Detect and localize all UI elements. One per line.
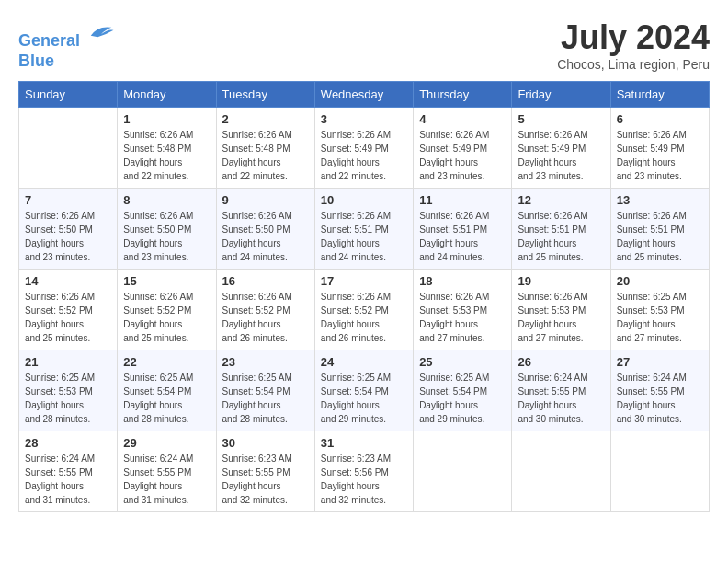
calendar-cell: 14 Sunrise: 6:26 AM Sunset: 5:52 PM Dayl… [19, 270, 118, 350]
day-number: 13 [617, 193, 703, 207]
calendar-cell: 10 Sunrise: 6:26 AM Sunset: 5:51 PM Dayl… [314, 189, 413, 270]
day-number: 2 [222, 112, 309, 126]
calendar-cell: 24 Sunrise: 6:25 AM Sunset: 5:54 PM Dayl… [314, 350, 413, 431]
title-block: July 2024 Chocos, Lima region, Peru [557, 18, 710, 72]
calendar-cell: 16 Sunrise: 6:26 AM Sunset: 5:52 PM Dayl… [216, 270, 314, 350]
calendar-cell [414, 431, 512, 512]
day-number: 18 [419, 274, 506, 288]
day-info: Sunrise: 6:24 AM Sunset: 5:55 PM Dayligh… [25, 452, 111, 507]
day-number: 1 [123, 112, 210, 126]
calendar-cell: 4 Sunrise: 6:26 AM Sunset: 5:49 PM Dayli… [414, 108, 512, 189]
day-number: 24 [321, 355, 407, 369]
day-number: 28 [25, 436, 111, 450]
day-info: Sunrise: 6:26 AM Sunset: 5:48 PM Dayligh… [222, 128, 309, 183]
calendar-week-row: 1 Sunrise: 6:26 AM Sunset: 5:48 PM Dayli… [19, 108, 710, 189]
day-number: 22 [123, 355, 210, 369]
day-number: 6 [617, 112, 703, 126]
calendar-cell: 28 Sunrise: 6:24 AM Sunset: 5:55 PM Dayl… [19, 431, 118, 512]
calendar-cell: 21 Sunrise: 6:25 AM Sunset: 5:53 PM Dayl… [19, 350, 118, 431]
day-info: Sunrise: 6:26 AM Sunset: 5:49 PM Dayligh… [321, 128, 407, 183]
calendar-cell [512, 431, 610, 512]
header-saturday: Saturday [610, 82, 709, 108]
day-info: Sunrise: 6:26 AM Sunset: 5:51 PM Dayligh… [321, 209, 407, 264]
day-info: Sunrise: 6:26 AM Sunset: 5:51 PM Dayligh… [518, 209, 604, 264]
day-info: Sunrise: 6:26 AM Sunset: 5:51 PM Dayligh… [419, 209, 506, 264]
day-info: Sunrise: 6:25 AM Sunset: 5:54 PM Dayligh… [222, 371, 309, 426]
day-number: 25 [419, 355, 506, 369]
day-info: Sunrise: 6:26 AM Sunset: 5:50 PM Dayligh… [123, 209, 210, 264]
calendar-cell: 6 Sunrise: 6:26 AM Sunset: 5:49 PM Dayli… [610, 108, 709, 189]
calendar-cell: 25 Sunrise: 6:25 AM Sunset: 5:54 PM Dayl… [414, 350, 512, 431]
day-number: 23 [222, 355, 309, 369]
calendar-cell: 1 Sunrise: 6:26 AM Sunset: 5:48 PM Dayli… [118, 108, 216, 189]
calendar-cell: 30 Sunrise: 6:23 AM Sunset: 5:55 PM Dayl… [216, 431, 314, 512]
day-info: Sunrise: 6:26 AM Sunset: 5:52 PM Dayligh… [123, 290, 210, 345]
day-info: Sunrise: 6:25 AM Sunset: 5:54 PM Dayligh… [321, 371, 407, 426]
calendar-header-row: SundayMondayTuesdayWednesdayThursdayFrid… [19, 82, 710, 108]
day-info: Sunrise: 6:26 AM Sunset: 5:49 PM Dayligh… [617, 128, 703, 183]
day-info: Sunrise: 6:23 AM Sunset: 5:56 PM Dayligh… [321, 452, 407, 507]
header-thursday: Thursday [414, 82, 512, 108]
day-info: Sunrise: 6:23 AM Sunset: 5:55 PM Dayligh… [222, 452, 309, 507]
day-number: 19 [518, 274, 604, 288]
location: Chocos, Lima region, Peru [557, 57, 710, 72]
calendar-cell: 19 Sunrise: 6:26 AM Sunset: 5:53 PM Dayl… [512, 270, 610, 350]
day-info: Sunrise: 6:26 AM Sunset: 5:50 PM Dayligh… [25, 209, 111, 264]
day-info: Sunrise: 6:26 AM Sunset: 5:50 PM Dayligh… [222, 209, 309, 264]
calendar-cell: 31 Sunrise: 6:23 AM Sunset: 5:56 PM Dayl… [314, 431, 413, 512]
day-number: 30 [222, 436, 309, 450]
page-header: General Blue July 2024 Chocos, Lima regi… [18, 18, 710, 72]
day-info: Sunrise: 6:26 AM Sunset: 5:52 PM Dayligh… [222, 290, 309, 345]
day-number: 26 [518, 355, 604, 369]
header-monday: Monday [118, 82, 216, 108]
calendar-cell: 15 Sunrise: 6:26 AM Sunset: 5:52 PM Dayl… [118, 270, 216, 350]
calendar-week-row: 28 Sunrise: 6:24 AM Sunset: 5:55 PM Dayl… [19, 431, 710, 512]
logo-blue: Blue [18, 52, 54, 70]
day-info: Sunrise: 6:26 AM Sunset: 5:51 PM Dayligh… [617, 209, 703, 264]
day-number: 15 [123, 274, 210, 288]
day-info: Sunrise: 6:26 AM Sunset: 5:52 PM Dayligh… [321, 290, 407, 345]
day-info: Sunrise: 6:26 AM Sunset: 5:52 PM Dayligh… [25, 290, 111, 345]
day-number: 7 [25, 193, 111, 207]
calendar-week-row: 7 Sunrise: 6:26 AM Sunset: 5:50 PM Dayli… [19, 189, 710, 270]
day-number: 12 [518, 193, 604, 207]
header-wednesday: Wednesday [314, 82, 413, 108]
calendar-cell: 12 Sunrise: 6:26 AM Sunset: 5:51 PM Dayl… [512, 189, 610, 270]
calendar-cell [610, 431, 709, 512]
day-number: 11 [419, 193, 506, 207]
calendar-cell: 2 Sunrise: 6:26 AM Sunset: 5:48 PM Dayli… [216, 108, 314, 189]
header-tuesday: Tuesday [216, 82, 314, 108]
day-info: Sunrise: 6:25 AM Sunset: 5:54 PM Dayligh… [123, 371, 210, 426]
calendar-cell [19, 108, 118, 189]
calendar-week-row: 14 Sunrise: 6:26 AM Sunset: 5:52 PM Dayl… [19, 270, 710, 350]
day-info: Sunrise: 6:24 AM Sunset: 5:55 PM Dayligh… [518, 371, 604, 426]
header-friday: Friday [512, 82, 610, 108]
day-info: Sunrise: 6:26 AM Sunset: 5:49 PM Dayligh… [518, 128, 604, 183]
day-info: Sunrise: 6:25 AM Sunset: 5:54 PM Dayligh… [419, 371, 506, 426]
calendar-week-row: 21 Sunrise: 6:25 AM Sunset: 5:53 PM Dayl… [19, 350, 710, 431]
day-number: 14 [25, 274, 111, 288]
month-title: July 2024 [557, 18, 710, 57]
day-number: 21 [25, 355, 111, 369]
calendar-cell: 9 Sunrise: 6:26 AM Sunset: 5:50 PM Dayli… [216, 189, 314, 270]
calendar-cell: 26 Sunrise: 6:24 AM Sunset: 5:55 PM Dayl… [512, 350, 610, 431]
day-info: Sunrise: 6:26 AM Sunset: 5:49 PM Dayligh… [419, 128, 506, 183]
calendar-cell: 7 Sunrise: 6:26 AM Sunset: 5:50 PM Dayli… [19, 189, 118, 270]
day-number: 4 [419, 112, 506, 126]
day-info: Sunrise: 6:25 AM Sunset: 5:53 PM Dayligh… [617, 290, 703, 345]
day-number: 5 [518, 112, 604, 126]
day-info: Sunrise: 6:24 AM Sunset: 5:55 PM Dayligh… [617, 371, 703, 426]
calendar-cell: 23 Sunrise: 6:25 AM Sunset: 5:54 PM Dayl… [216, 350, 314, 431]
calendar-cell: 20 Sunrise: 6:25 AM Sunset: 5:53 PM Dayl… [610, 270, 709, 350]
calendar-table: SundayMondayTuesdayWednesdayThursdayFrid… [18, 81, 710, 512]
day-number: 17 [321, 274, 407, 288]
logo-general: General [18, 31, 80, 50]
day-number: 16 [222, 274, 309, 288]
calendar-cell: 13 Sunrise: 6:26 AM Sunset: 5:51 PM Dayl… [610, 189, 709, 270]
day-number: 9 [222, 193, 309, 207]
day-info: Sunrise: 6:26 AM Sunset: 5:53 PM Dayligh… [419, 290, 506, 345]
calendar-cell: 3 Sunrise: 6:26 AM Sunset: 5:49 PM Dayli… [314, 108, 413, 189]
day-info: Sunrise: 6:26 AM Sunset: 5:48 PM Dayligh… [123, 128, 210, 183]
day-number: 31 [321, 436, 407, 450]
day-number: 8 [123, 193, 210, 207]
